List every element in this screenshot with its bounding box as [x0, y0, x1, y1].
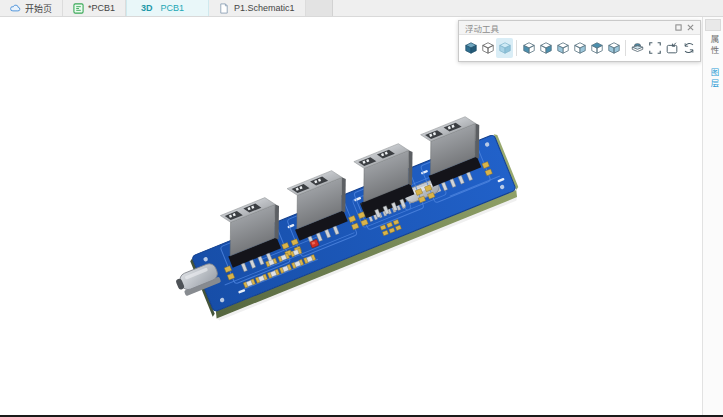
tab-home[interactable]: 开始页: [0, 0, 63, 16]
dock-collapse-button[interactable]: [705, 19, 721, 31]
view-top-cube-icon: [590, 41, 604, 55]
view-translucent-button[interactable]: [496, 38, 513, 58]
pcb-3d-render: [0, 17, 702, 415]
view-3d-board-button[interactable]: [629, 38, 646, 58]
toolbar-separator: [516, 40, 517, 56]
zoom-fit-button[interactable]: [646, 38, 663, 58]
floating-toolbar-title: 浮动工具: [465, 22, 672, 34]
undock-icon[interactable]: [672, 22, 684, 33]
view-back-cube-icon: [539, 41, 553, 55]
view-left-button[interactable]: [554, 38, 571, 58]
fit-view-icon: [648, 41, 662, 55]
dock-tab-layers[interactable]: 图层: [706, 68, 720, 89]
view-solid-button[interactable]: [462, 38, 479, 58]
pcb-3d-viewport[interactable]: [0, 17, 702, 415]
tab-stub: [306, 0, 333, 16]
pcb-icon: [73, 3, 84, 14]
translucent-cube-icon: [498, 41, 512, 55]
floating-toolbar-titlebar[interactable]: 浮动工具: [459, 21, 700, 35]
tab-schematic1-label: P1.Schematic1: [234, 3, 295, 13]
view-bottom-cube-icon: [607, 41, 621, 55]
tab-schematic1[interactable]: P1.Schematic1: [209, 0, 306, 16]
tab-3d-prefix: 3D: [141, 3, 153, 13]
cloud-icon: [10, 3, 21, 14]
view-wireframe-button[interactable]: [479, 38, 496, 58]
rotate-reset-button[interactable]: [680, 38, 697, 58]
view-front-button[interactable]: [520, 38, 537, 58]
box-zoom-icon: [665, 41, 679, 55]
zoom-box-button[interactable]: [663, 38, 680, 58]
view-bottom-button[interactable]: [605, 38, 622, 58]
floating-toolbar: 浮动工具: [458, 20, 701, 62]
solid-cube-icon: [464, 41, 478, 55]
board-3d-icon: [630, 41, 645, 55]
view-right-cube-icon: [573, 41, 587, 55]
tab-bar: 开始页 *PCB1 3D PCB1 P1.Schematic1: [0, 0, 723, 17]
tab-pcb1[interactable]: *PCB1: [63, 0, 126, 16]
view-top-button[interactable]: [588, 38, 605, 58]
close-icon[interactable]: [684, 22, 696, 33]
view-back-button[interactable]: [537, 38, 554, 58]
dock-tab-properties[interactable]: 属性: [706, 35, 720, 56]
rotate-view-icon: [682, 41, 696, 55]
document-icon: [219, 3, 230, 14]
tab-3d-pcb1[interactable]: 3D PCB1: [126, 0, 209, 16]
right-dock: 属性 图层: [702, 17, 723, 415]
tab-pcb1-label: *PCB1: [88, 3, 115, 13]
view-right-button[interactable]: [571, 38, 588, 58]
tab-3d-label: PCB1: [161, 3, 185, 13]
view-left-cube-icon: [556, 41, 570, 55]
floating-toolbar-buttons: [459, 35, 700, 61]
tab-home-label: 开始页: [25, 2, 52, 15]
toolbar-separator: [625, 40, 626, 56]
view-front-cube-icon: [522, 41, 536, 55]
wireframe-cube-icon: [481, 41, 495, 55]
